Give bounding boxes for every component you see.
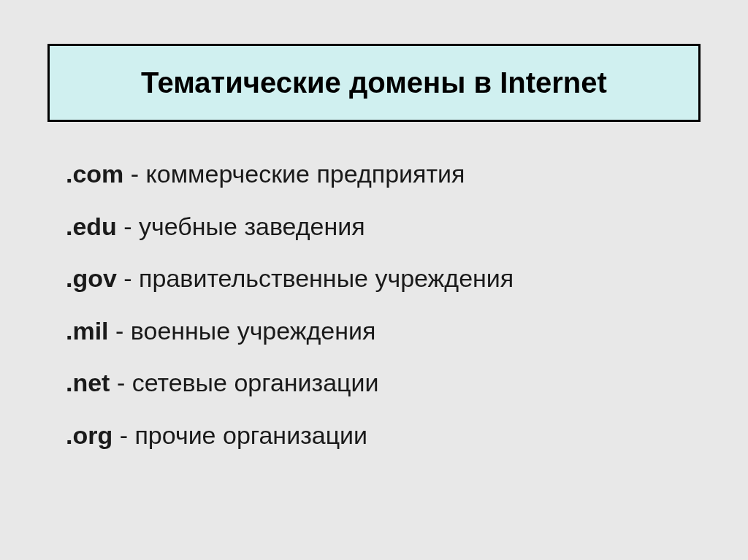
title-box: Тематические домены в Internet bbox=[47, 44, 701, 122]
list-item: .net - сетевые организации bbox=[66, 366, 701, 401]
domain-desc: - коммерческие предприятия bbox=[123, 160, 465, 188]
domain-desc: - прочие организации bbox=[112, 421, 367, 449]
list-item: .com - коммерческие предприятия bbox=[66, 157, 701, 192]
list-item: .edu - учебные заведения bbox=[66, 210, 701, 245]
domain-name: .gov bbox=[66, 264, 117, 292]
domain-list: .com - коммерческие предприятия .edu - у… bbox=[47, 157, 701, 453]
slide-title: Тематические домены в Internet bbox=[79, 66, 669, 99]
list-item: .mil - военные учреждения bbox=[66, 314, 701, 349]
domain-desc: - учебные заведения bbox=[117, 212, 365, 240]
domain-desc: - военные учреждения bbox=[109, 317, 376, 345]
domain-desc: - сетевые организации bbox=[110, 369, 378, 396]
list-item: .gov - правительственные учреждения bbox=[66, 261, 701, 296]
domain-name: .edu bbox=[66, 212, 117, 240]
domain-name: .net bbox=[66, 369, 110, 396]
domain-name: .com bbox=[66, 160, 123, 188]
domain-name: .org bbox=[66, 421, 112, 449]
list-item: .org - прочие организации bbox=[66, 418, 701, 453]
domain-name: .mil bbox=[66, 317, 109, 345]
domain-desc: - правительственные учреждения bbox=[117, 264, 514, 292]
